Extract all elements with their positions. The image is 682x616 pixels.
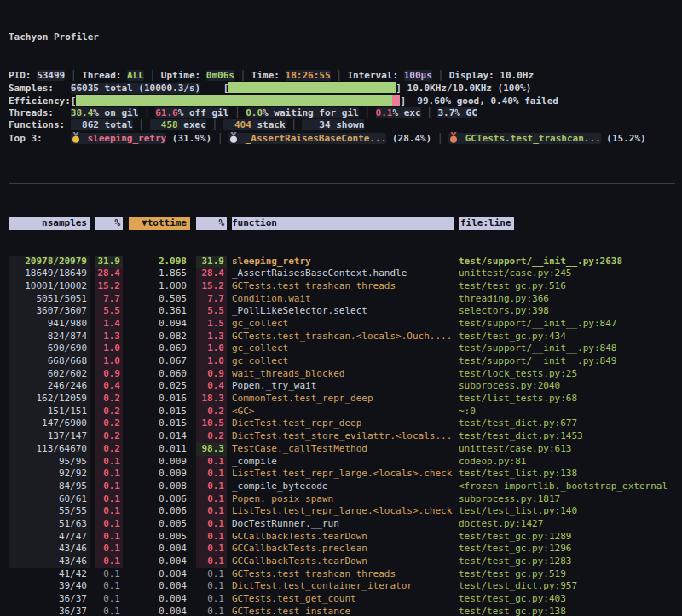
bar-fill-barGreen <box>76 95 391 106</box>
table-row[interactable]: 147/69000.20.01510.5DictTest.test_repr_d… <box>9 417 682 430</box>
function-cell: GCTests.test_trashcan.<locals>.Ouch.... <box>232 331 454 343</box>
nsamples-cell: 3607/3607 <box>9 305 90 318</box>
nsamples-cell: 137/147 <box>9 430 90 443</box>
table-row[interactable]: 151/1510.20.0150.2<GC>~:0 <box>9 406 682 418</box>
table-row[interactable]: 51/630.10.0050.1DocTestRunner.__rundocte… <box>9 518 682 531</box>
table-row[interactable]: 43/460.10.0040.1GCCallbackTests.preclean… <box>9 543 682 556</box>
table-row[interactable]: 3607/36075.50.3615.5_PollLikeSelector.se… <box>9 305 682 318</box>
file-line-cell: test/test_gc.py:519 <box>459 568 682 581</box>
file-line-cell: test/test_dict.py:957 <box>459 580 682 593</box>
table-row[interactable]: 95/950.10.0090.1_compilecodeop.py:81 <box>9 456 682 469</box>
top3-entry: GCTests.test_trashcan... <box>448 133 601 144</box>
column-header-tottime[interactable]: ▼tottime <box>129 217 190 230</box>
column-header-nsamples[interactable]: nsamples <box>9 217 90 230</box>
file-line-cell: test/test_gc.py:138 <box>459 606 682 616</box>
table-row[interactable]: 5051/50517.70.5057.7Condition.waitthread… <box>9 293 682 306</box>
table-row[interactable]: 162/120590.20.01618.3CommonTest.test_rep… <box>9 393 682 406</box>
pct-cumulative-cell: 5.5 <box>196 305 227 318</box>
file-line-cell: test/support/__init__.py:847 <box>459 318 682 331</box>
table-row[interactable]: 20978/2097931.92.09831.9sleeping_retryte… <box>9 256 682 268</box>
samples-line-seg-4: ] 10.0KHz/10.0KHz (100%) <box>396 83 531 94</box>
column-header-function[interactable]: function <box>232 217 454 230</box>
file-line-cell: test/support/__init__.py:2638 <box>459 256 682 268</box>
table-row[interactable]: 60/610.10.0060.1Popen._posix_spawnsubpro… <box>9 493 682 506</box>
table-row[interactable]: 668/6681.00.0671.0gc_collecttest/support… <box>9 355 682 368</box>
table-row[interactable]: 113/646700.20.01198.3TestCase._callTestM… <box>9 443 682 456</box>
file-line-cell: test/test_gc.py:1289 <box>459 531 682 544</box>
column-header-pct-direct[interactable]: % <box>95 217 123 230</box>
pct-cumulative-cell: 0.1 <box>196 580 227 593</box>
pct-direct-cell: 1.0 <box>95 355 123 368</box>
pct-direct-cell: 0.1 <box>95 481 123 493</box>
off-gil-stat: 61.6% off gil <box>155 107 228 118</box>
interval-value: 100µs <box>404 70 432 81</box>
file-line-cell: selectors.py:398 <box>459 305 682 318</box>
header-divider <box>9 183 675 184</box>
file-line-cell: test/list_tests.py:68 <box>459 393 682 406</box>
table-row[interactable]: 41/420.10.0040.1GCTests.test_trashcan_th… <box>9 568 682 581</box>
pct-direct-cell: 0.1 <box>95 531 123 544</box>
samples-line-seg-2: [ <box>200 83 228 94</box>
nsamples-cell: 43/46 <box>9 556 90 568</box>
pct-cumulative-cell: 7.7 <box>196 293 227 306</box>
function-cell: DictTest.test_store_evilattr.<locals... <box>232 430 454 443</box>
table-row[interactable]: 18649/1864928.41.86528.4_AssertRaisesBas… <box>9 268 682 280</box>
nsamples-cell: 51/63 <box>9 518 90 531</box>
column-header-file-line[interactable]: file:line <box>459 217 682 230</box>
function-cell: _compile <box>232 456 454 469</box>
tottime-cell: 0.009 <box>129 468 190 481</box>
table-row[interactable]: 43/460.10.0040.1GCCallbackTests.tearDown… <box>9 556 682 568</box>
pid-line-seg-3: Thread: <box>82 70 127 81</box>
functions-exec-stat: 458 exec <box>150 119 206 130</box>
function-cell: _PollLikeSelector.select <box>232 305 454 318</box>
nsamples-cell: 113/64670 <box>9 443 90 456</box>
nsamples-cell: 36/37 <box>9 606 90 616</box>
tottime-cell: 0.004 <box>129 606 190 616</box>
pct-direct-cell: 0.1 <box>95 505 123 518</box>
table-row[interactable]: 47/470.10.0050.1GCCallbackTests.tearDown… <box>9 531 682 544</box>
samples-line: Samples: 66035 total (10000.3/s) [] 10.0… <box>9 82 682 95</box>
table-row[interactable]: 824/8741.30.0821.3GCTests.test_trashcan.… <box>9 331 682 343</box>
pid-value: 53499 <box>37 70 65 81</box>
table-row[interactable]: 941/9801.40.0941.5gc_collecttest/support… <box>9 318 682 331</box>
tottime-cell: 0.082 <box>129 331 190 343</box>
function-cell: Popen._posix_spawn <box>232 493 454 506</box>
tottime-cell: 0.006 <box>129 505 190 518</box>
nsamples-cell: 151/151 <box>9 406 90 418</box>
top3-line: Top 3: sleeping_retry (31.9%) │ _AssertR… <box>9 132 682 145</box>
table-row[interactable]: 10001/1000215.21.00015.2GCTests.test_tra… <box>9 280 682 293</box>
table-row[interactable]: 36/370.10.0040.1GCTests.test_instancetes… <box>9 606 682 616</box>
pct-direct-cell: 0.2 <box>95 430 123 443</box>
pct-cumulative-cell: 0.4 <box>196 380 227 393</box>
nsamples-cell: 10001/10002 <box>9 280 90 293</box>
pid-line-seg-8: │ <box>234 70 251 81</box>
file-line-cell: test/test_list.py:140 <box>459 505 682 518</box>
table-row[interactable]: 246/2460.40.0250.4Popen._try_waitsubproc… <box>9 380 682 393</box>
nsamples-cell: 55/55 <box>9 505 90 518</box>
table-row[interactable]: 602/6020.90.0600.9wait_threads_blockedte… <box>9 368 682 381</box>
tottime-cell: 0.014 <box>129 430 190 443</box>
table-row[interactable]: 55/550.10.0060.1ListTest.test_repr_large… <box>9 505 682 518</box>
pct-cumulative-cell: 10.5 <box>196 417 227 430</box>
function-cell: GCTests.test_instance <box>232 606 454 616</box>
file-line-cell: test/test_gc.py:1296 <box>459 543 682 556</box>
pid-line-seg-2: │ <box>65 70 82 81</box>
table-row[interactable]: 36/370.10.0040.1GCTests.test_get_countte… <box>9 593 682 606</box>
nsamples-cell: 147/6900 <box>9 417 90 430</box>
pct-direct-cell: 5.5 <box>95 305 123 318</box>
pct-direct-cell: 1.3 <box>95 331 123 343</box>
table-row[interactable]: 137/1470.20.0140.2DictTest.test_store_ev… <box>9 430 682 443</box>
pct-direct-cell: 0.1 <box>95 543 123 556</box>
table-row[interactable]: 690/6901.00.0691.0gc_collecttest/support… <box>9 343 682 355</box>
function-cell: gc_collect <box>232 343 454 355</box>
pct-cumulative-cell: 0.1 <box>196 493 227 506</box>
column-header-pct-cumulative[interactable]: % <box>196 217 227 230</box>
table-row[interactable]: 39/400.10.0040.1DictTest.test_container_… <box>9 580 682 593</box>
file-line-cell: test/lock_tests.py:25 <box>459 368 682 381</box>
function-cell: sleeping_retry <box>232 256 454 268</box>
top3-line-seg-3: │ <box>211 133 228 144</box>
function-cell: GCCallbackTests.tearDown <box>232 556 454 568</box>
pct-cumulative-cell: 0.1 <box>196 456 227 469</box>
table-row[interactable]: 84/950.10.0080.1_compile_bytecode<frozen… <box>9 481 682 493</box>
table-row[interactable]: 92/920.10.0090.1ListTest.test_repr_large… <box>9 468 682 481</box>
